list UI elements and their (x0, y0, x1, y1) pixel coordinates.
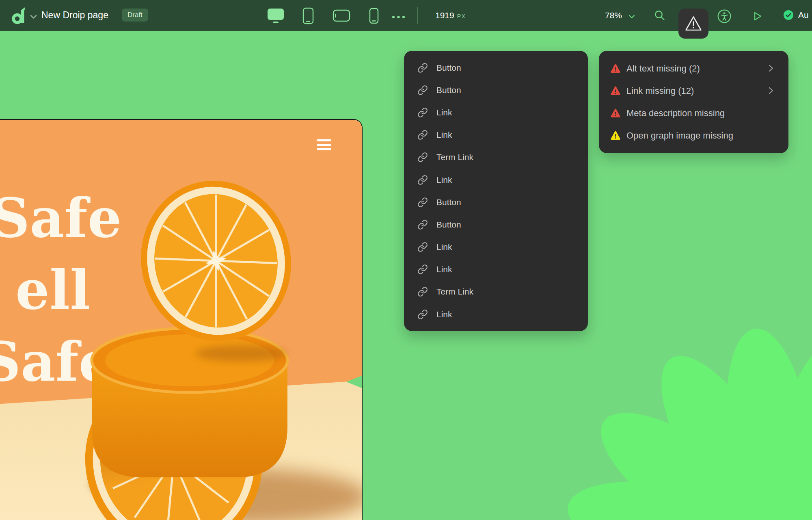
link-list-item[interactable]: Button (404, 79, 588, 101)
link-item-label: Button (436, 63, 461, 73)
link-item-label: Link (436, 310, 452, 319)
zoom-level: 78% (605, 11, 622, 20)
link-icon (417, 197, 428, 208)
link-item-label: Term Link (436, 152, 473, 162)
link-item-label: Link (436, 130, 452, 140)
link-list-item[interactable]: Term Link (404, 146, 588, 169)
device-tablet-landscape-icon[interactable] (332, 9, 351, 25)
canvas: Safe ell Safe (0, 31, 812, 520)
hero-headline-line: Safe (0, 191, 122, 245)
link-icon (417, 152, 428, 162)
droip-editor: New Droip page Draft (0, 0, 812, 520)
link-list-item[interactable]: Link (404, 124, 588, 146)
toolbar-divider (417, 7, 418, 24)
chevron-down-icon[interactable] (30, 13, 37, 21)
link-item-label: Link (436, 108, 452, 117)
links-list-panel: Button Button (404, 51, 588, 331)
play-preview-icon[interactable] (750, 9, 764, 25)
canvas-width-unit: PX (457, 13, 466, 20)
link-list-item[interactable]: Button (404, 191, 588, 213)
link-icon (417, 130, 428, 140)
hero-headline-line: ell (15, 263, 90, 317)
link-list-item[interactable]: Link (404, 303, 588, 325)
link-item-label: Term Link (436, 287, 473, 297)
audit-item-label: Meta description missing (626, 108, 725, 119)
warning-triangle-icon (610, 108, 621, 119)
accessibility-icon[interactable] (717, 9, 732, 25)
status-badge: Draft (122, 9, 148, 22)
audit-item[interactable]: Link missing (12) (599, 80, 788, 102)
link-list-item[interactable]: Button (404, 213, 588, 236)
device-phone-icon[interactable] (369, 7, 379, 26)
link-item-label: Link (436, 242, 452, 252)
page-preview[interactable]: Safe ell Safe (0, 119, 363, 520)
link-icon (417, 63, 428, 73)
search-icon[interactable] (653, 9, 667, 24)
warning-triangle-icon (610, 63, 621, 74)
link-icon (417, 85, 428, 95)
link-icon (417, 175, 428, 185)
zoom-control[interactable]: 78% (605, 11, 622, 20)
chevron-right-icon (768, 86, 774, 97)
warning-triangle-icon (610, 86, 621, 96)
autosave-label: Au (798, 10, 809, 20)
link-list-item[interactable]: Link (404, 236, 588, 258)
link-list-item[interactable]: Button (404, 56, 588, 79)
link-icon (417, 264, 428, 275)
autosave-check-icon (783, 10, 794, 22)
link-item-label: Button (436, 197, 461, 207)
link-list-item[interactable]: Link (404, 101, 588, 124)
link-icon (417, 242, 428, 252)
warning-triangle-icon (685, 15, 702, 32)
link-item-label: Button (436, 85, 461, 95)
zoom-chevron-down-icon[interactable] (628, 13, 635, 21)
link-item-label: Link (436, 264, 452, 274)
hero-headline-line: Safe (0, 335, 113, 389)
link-list-item[interactable]: Link (404, 169, 588, 191)
link-item-label: Button (436, 220, 461, 230)
link-item-label: Link (436, 175, 452, 185)
hamburger-menu-icon[interactable] (317, 139, 331, 151)
link-icon (417, 219, 428, 230)
audit-panel: Alt text missing (2) Link missing (12) (599, 51, 788, 153)
top-bar: New Droip page Draft (0, 0, 812, 31)
link-icon (417, 309, 428, 320)
audit-warning-button[interactable] (678, 9, 708, 39)
audit-item[interactable]: Open graph image missing (599, 124, 788, 147)
audit-item-label: Open graph image missing (626, 130, 733, 141)
more-devices-icon[interactable] (391, 13, 406, 21)
audit-item[interactable]: Meta description missing (599, 102, 788, 124)
page-title: New Droip page (41, 10, 108, 21)
link-list-item[interactable]: Link (404, 258, 588, 281)
droip-logo-icon[interactable] (11, 6, 27, 25)
canvas-width-readout: 1919PX (435, 11, 466, 20)
chevron-right-icon (768, 64, 774, 74)
device-desktop-icon[interactable] (266, 7, 285, 25)
audit-item-label: Link missing (12) (626, 86, 694, 96)
audit-item-label: Alt text missing (2) (626, 63, 700, 74)
device-tablet-portrait-icon[interactable] (302, 7, 314, 26)
canvas-width-value: 1919 (435, 11, 454, 20)
warning-triangle-icon (610, 130, 621, 141)
audit-item[interactable]: Alt text missing (2) (599, 57, 788, 80)
link-icon (417, 107, 428, 118)
link-list-item[interactable]: Term Link (404, 281, 588, 303)
link-icon (417, 286, 428, 297)
